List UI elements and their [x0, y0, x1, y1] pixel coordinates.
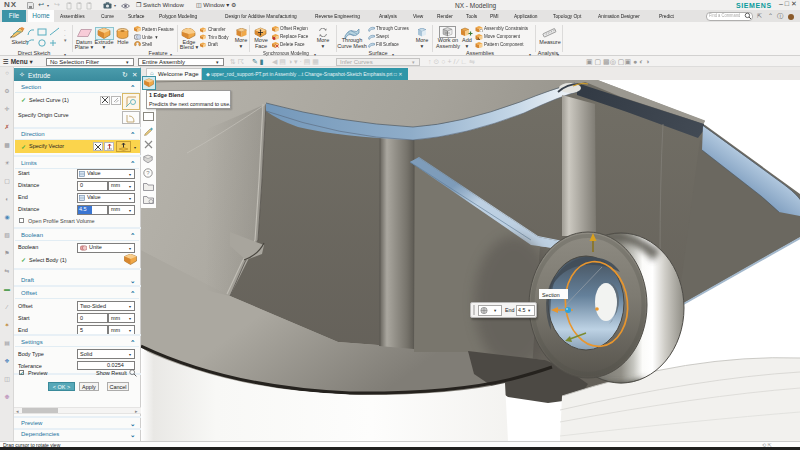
- svg-text:?: ?: [146, 170, 150, 176]
